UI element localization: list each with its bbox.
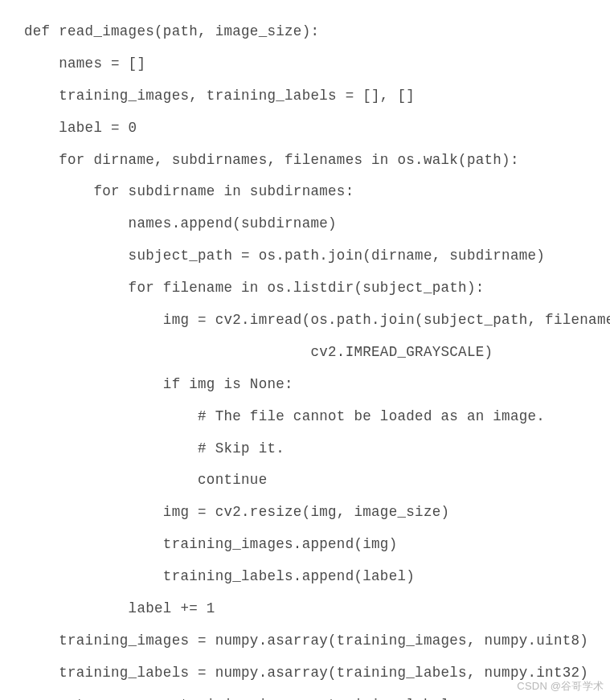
code-block: def read_images(path, image_size): names… (0, 0, 610, 700)
code-line: names = [] (24, 55, 145, 72)
code-line: def read_images(path, image_size): (24, 23, 319, 39)
code-line: label = 0 (24, 120, 137, 136)
code-line: for subdirname in subdirnames: (24, 183, 354, 199)
code-line: training_images.append(img) (24, 536, 397, 552)
code-line: training_images, training_labels = [], [… (24, 88, 415, 104)
code-line: training_labels = numpy.asarray(training… (24, 665, 588, 681)
code-line: for filename in os.listdir(subject_path)… (24, 280, 485, 296)
code-line: label += 1 (24, 600, 215, 616)
code-line: # The file cannot be loaded as an image. (24, 408, 545, 424)
code-line: continue (24, 472, 267, 488)
code-line: cv2.IMREAD_GRAYSCALE) (24, 344, 493, 360)
code-line: for dirname, subdirnames, filenames in o… (24, 152, 519, 168)
code-line: img = cv2.imread(os.path.join(subject_pa… (24, 312, 610, 328)
code-line: img = cv2.resize(img, image_size) (24, 504, 449, 520)
code-line: return names, training_images, training_… (24, 697, 458, 700)
watermark: CSDN @谷哥学术 (517, 679, 604, 694)
code-line: training_labels.append(label) (24, 568, 415, 584)
code-line: names.append(subdirname) (24, 215, 337, 231)
code-line: subject_path = os.path.join(dirname, sub… (24, 248, 545, 264)
code-line: training_images = numpy.asarray(training… (24, 632, 588, 649)
code-line: # Skip it. (24, 440, 285, 456)
code-line: if img is None: (24, 376, 293, 392)
